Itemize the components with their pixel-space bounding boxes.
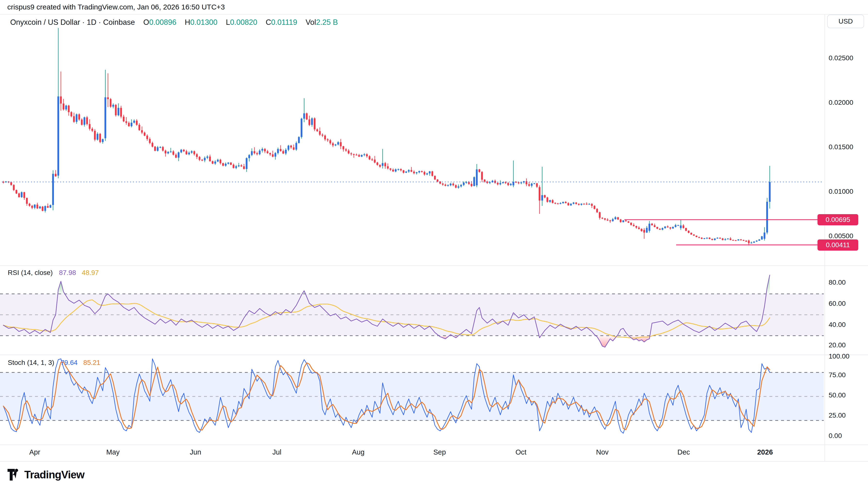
rsi-ma-value: 48.97 bbox=[82, 269, 99, 277]
time-axis-label-jun: Jun bbox=[190, 448, 202, 456]
tradingview-logo[interactable]: TradingView bbox=[7, 469, 84, 481]
open-value: 0.00896 bbox=[149, 18, 176, 27]
attribution-bar: crispus9 created with TradingView.com, J… bbox=[0, 0, 868, 15]
price-axis-label: 0.02000 bbox=[829, 99, 853, 107]
stoch-axis-label: 50.00 bbox=[829, 391, 846, 399]
close-value: 0.01119 bbox=[271, 18, 297, 27]
low-label: L bbox=[226, 18, 230, 27]
volume-value: 2.25 B bbox=[316, 18, 338, 27]
tradingview-logo-text: TradingView bbox=[24, 469, 84, 481]
rsi-overbought-fill bbox=[58, 275, 770, 294]
symbol-header[interactable]: Onyxcoin / US Dollar · 1D · Coinbase O0.… bbox=[10, 18, 338, 27]
volume-label: Vol bbox=[306, 18, 316, 27]
tradingview-chart-page: crispus9 created with TradingView.com, J… bbox=[0, 0, 868, 491]
stoch-panel-header[interactable]: Stoch (14, 1, 3) 79.64 85.21 bbox=[8, 359, 100, 367]
chart-canvas[interactable] bbox=[0, 0, 868, 491]
time-axis-label-may: May bbox=[106, 448, 120, 456]
time-axis-label-sep: Sep bbox=[433, 448, 446, 456]
tradingview-logo-icon bbox=[7, 469, 21, 481]
price-axis-label: 0.01500 bbox=[829, 143, 853, 151]
price-alert-label: 0.00695 bbox=[817, 214, 858, 225]
rsi-axis-label: 40.00 bbox=[829, 321, 846, 329]
price-axis-label: 0.01000 bbox=[829, 187, 853, 196]
stoch-axis-label: 25.00 bbox=[829, 411, 846, 419]
high-label: H bbox=[185, 18, 190, 27]
candles-layer bbox=[2, 28, 771, 246]
rsi-panel-header[interactable]: RSI (14, close) 87.98 48.97 bbox=[8, 269, 99, 277]
open-label: O bbox=[143, 18, 149, 27]
stoch-axis-label: 75.00 bbox=[829, 371, 846, 379]
symbol-title[interactable]: Onyxcoin / US Dollar · 1D · Coinbase bbox=[10, 18, 135, 27]
time-axis-label-nov: Nov bbox=[596, 448, 609, 456]
low-value: 0.00820 bbox=[230, 18, 257, 27]
stoch-k-value: 79.64 bbox=[60, 359, 78, 366]
attribution-text: crispus9 created with TradingView.com, J… bbox=[7, 3, 225, 11]
stoch-axis-label: 0.00 bbox=[829, 432, 842, 440]
stoch-title[interactable]: Stoch (14, 1, 3) bbox=[8, 359, 54, 366]
rsi-axis-label: 60.00 bbox=[829, 300, 846, 308]
time-axis-label-jul: Jul bbox=[272, 448, 281, 456]
stoch-axis-label: 100.00 bbox=[829, 352, 849, 360]
price-axis-label: 0.00500 bbox=[829, 232, 853, 240]
rsi-axis-label: 20.00 bbox=[829, 341, 846, 349]
currency-toggle-button[interactable]: USD bbox=[827, 15, 864, 28]
time-axis-label-oct: Oct bbox=[515, 448, 526, 456]
price-axis-label: 0.02500 bbox=[829, 54, 853, 62]
rsi-title[interactable]: RSI (14, close) bbox=[8, 269, 53, 277]
rsi-value: 87.98 bbox=[59, 269, 76, 277]
close-label: C bbox=[266, 18, 271, 27]
rsi-axis-label: 80.00 bbox=[829, 279, 846, 286]
time-axis-label-aug: Aug bbox=[352, 448, 365, 456]
stoch-d-value: 85.21 bbox=[83, 359, 100, 366]
time-axis-label-dec: Dec bbox=[677, 448, 690, 456]
high-value: 0.01300 bbox=[190, 18, 217, 27]
time-axis-label-apr: Apr bbox=[29, 448, 40, 456]
price-alert-label: 0.00411 bbox=[817, 239, 858, 251]
time-axis-label-2026: 2026 bbox=[757, 448, 773, 456]
